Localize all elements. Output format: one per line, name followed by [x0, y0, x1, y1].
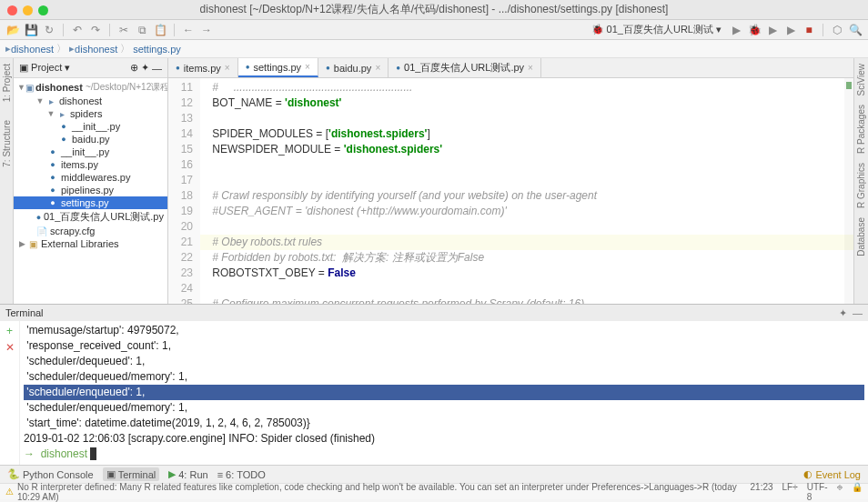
file-item[interactable]: ●items.py [14, 158, 167, 171]
forward-icon[interactable]: → [199, 23, 214, 37]
debug-icon[interactable]: 🐞 [747, 23, 762, 37]
left-gutter: 1: Project 7: Structure [0, 58, 14, 304]
refresh-icon[interactable]: ↻ [42, 23, 56, 37]
editor-area: ●items.py×●settings.py×●baidu.py×●01_百度失… [168, 58, 853, 304]
window-title: dishonest [~/Desktop/N+12课程/失信人名单/代码/dis… [0, 0, 868, 20]
folder-item[interactable]: ▼▸spiders [14, 107, 167, 120]
terminal-output[interactable]: 'memusage/startup': 49795072, 'response_… [20, 321, 868, 465]
breadcrumb-item[interactable]: settings.py [133, 44, 181, 55]
file-item[interactable]: ●pipelines.py [14, 184, 167, 196]
hide-terminal-icon[interactable]: — [853, 307, 863, 319]
file-item[interactable]: ●baidu.py [14, 133, 167, 146]
save-icon[interactable]: 💾 [24, 23, 38, 37]
bottom-toolbar: 🐍 Python Console ▣ Terminal ▶ 4: Run ≡ 6… [0, 465, 868, 483]
stop-icon[interactable]: ■ [802, 23, 816, 37]
file-item[interactable]: ▶▣External Libraries [14, 237, 167, 250]
redo-icon[interactable]: ↷ [88, 23, 103, 37]
close-tab-icon[interactable]: × [305, 62, 310, 72]
database-rail[interactable]: Database [856, 217, 866, 256]
open-icon[interactable]: 📂 [5, 23, 20, 37]
terminal-button[interactable]: ▣ Terminal [103, 467, 160, 481]
structure-rail[interactable]: 7: Structure [2, 120, 12, 167]
file-item[interactable]: ●__init__.py [14, 146, 167, 158]
cursor-position: 21:23 [751, 482, 773, 502]
breadcrumb-item[interactable]: dishonest [75, 44, 117, 55]
line-separator[interactable]: LF÷ [782, 482, 798, 502]
right-gutter: SciView R Packages R Graphics Database [853, 58, 868, 304]
file-item[interactable]: ●__init__.py [14, 120, 167, 133]
minimize-window-icon[interactable] [23, 5, 33, 15]
editor-tabs: ●items.py×●settings.py×●baidu.py×●01_百度失… [168, 58, 853, 78]
file-item[interactable]: ●middlewares.py [14, 171, 167, 184]
gear-icon[interactable]: ✦ [839, 307, 847, 319]
close-tab-icon[interactable]: × [375, 63, 380, 73]
profile-icon[interactable]: ▶ [783, 23, 798, 37]
breadcrumb-item[interactable]: dishonest [11, 44, 54, 55]
lock-icon[interactable]: 🔒 [852, 482, 863, 502]
settings-icon[interactable]: ✦ [141, 62, 149, 74]
r-packages-rail[interactable]: R Packages [856, 105, 866, 154]
cut-icon[interactable]: ✂ [116, 23, 131, 37]
run-config-selector[interactable]: 🐞 01_百度失信人URL测试 ▾ [588, 23, 725, 36]
zoom-window-icon[interactable] [38, 5, 48, 15]
folder-item[interactable]: ▼▸dishonest [14, 95, 167, 107]
status-message: No R interpreter defined: Many R related… [17, 482, 751, 502]
file-item[interactable]: 📄scrapy.cfg [14, 225, 167, 237]
line-gutter: 1112131415161718192021222324252627 [168, 78, 200, 304]
close-tab-icon[interactable]: × [528, 63, 533, 73]
terminal-tool-window: Terminal ✦ — + ✕ 'memusage/startup': 497… [0, 304, 868, 465]
close-tab-icon[interactable]: × [225, 63, 230, 73]
editor-tab[interactable]: ●01_百度失信人URL测试.py× [389, 58, 541, 77]
project-tool-window: ▣ Project ▾ ⊕ ✦ — ▼▣ dishonest ~/Desktop… [14, 58, 168, 304]
new-session-icon[interactable]: + [6, 325, 13, 337]
editor-tab[interactable]: ●items.py× [168, 58, 238, 77]
file-item[interactable]: ●settings.py [14, 196, 167, 209]
sciview-rail[interactable]: SciView [856, 64, 866, 95]
status-bar: ⚠ No R interpreter defined: Many R relat… [0, 483, 868, 499]
undo-icon[interactable]: ↶ [70, 23, 85, 37]
paste-icon[interactable]: 📋 [153, 23, 167, 37]
file-item[interactable]: ●01_百度失信人URL测试.py [14, 209, 167, 225]
vcs-icon[interactable]: ⬡ [830, 23, 844, 37]
coverage-icon[interactable]: ▶ [765, 23, 780, 37]
close-window-icon[interactable] [7, 5, 17, 15]
project-rail[interactable]: 1: Project [2, 64, 12, 102]
run-icon[interactable]: ▶ [729, 23, 743, 37]
breadcrumb: ▸ dishonest 〉 ▸ dishonest 〉 settings.py [0, 40, 868, 58]
r-graphics-rail[interactable]: R Graphics [856, 163, 866, 208]
editor-tab[interactable]: ●baidu.py× [318, 58, 389, 77]
search-icon[interactable]: 🔍 [848, 23, 863, 37]
code-editor[interactable]: # ......................................… [200, 78, 853, 304]
git-icon[interactable]: ⎆ [837, 482, 843, 502]
todo-button[interactable]: ≡ 6: TODO [217, 467, 266, 481]
python-console-button[interactable]: 🐍 Python Console [7, 467, 94, 481]
file-encoding[interactable]: UTF-8 [807, 482, 828, 502]
event-log-button[interactable]: ◐ Event Log [803, 468, 861, 480]
terminal-title: Terminal [5, 307, 44, 318]
project-root[interactable]: ▼▣ dishonest ~/Desktop/N+12课程/失 [14, 80, 167, 95]
back-icon[interactable]: ← [181, 23, 196, 37]
editor-scrollbar[interactable] [844, 78, 853, 304]
main-toolbar: 📂 💾 ↻ ↶ ↷ ✂ ⧉ 📋 ← → 🐞 01_百度失信人URL测试 ▾ ▶ … [0, 20, 868, 40]
warning-icon: ⚠ [5, 487, 14, 497]
close-session-icon[interactable]: ✕ [5, 341, 15, 354]
copy-icon[interactable]: ⧉ [135, 23, 149, 37]
hide-icon[interactable]: — [152, 63, 162, 74]
run-button[interactable]: ▶ 4: Run [168, 467, 207, 481]
editor-tab[interactable]: ●settings.py× [238, 58, 318, 77]
project-scope[interactable]: ▣ Project ▾ [19, 62, 70, 74]
collapse-icon[interactable]: ⊕ [130, 62, 138, 74]
